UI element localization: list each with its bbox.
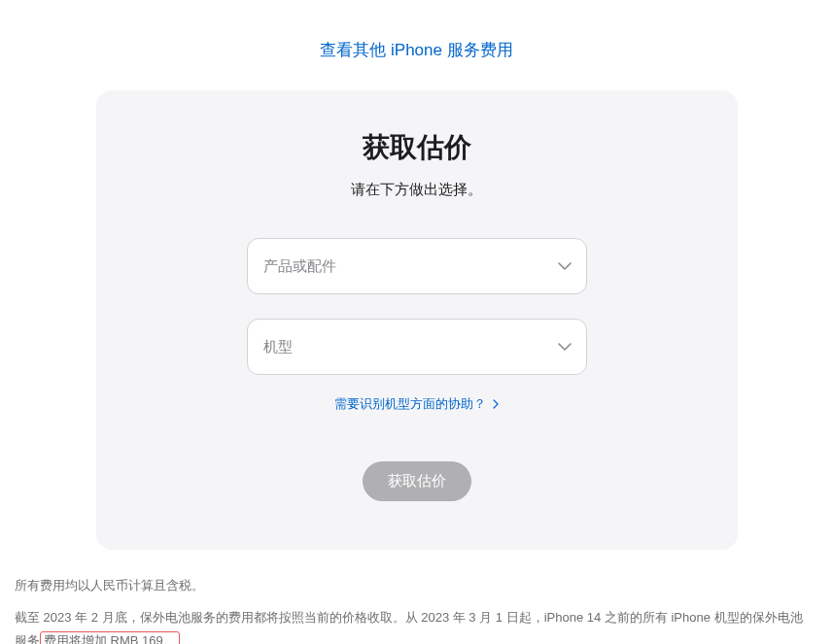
product-select-wrapper: 产品或配件	[247, 238, 587, 294]
disclaimer-tax-note: 所有费用均以人民币计算且含税。	[15, 574, 812, 598]
disclaimer-price-note: 截至 2023 年 2 月底，保外电池服务的费用都将按照当前的价格收取。从 20…	[15, 606, 812, 644]
product-select[interactable]: 产品或配件	[247, 238, 587, 294]
help-link-text: 需要识别机型方面的协助？	[334, 396, 486, 411]
product-select-placeholder: 产品或配件	[263, 257, 336, 276]
model-select-placeholder: 机型	[263, 338, 293, 356]
chevron-right-icon	[493, 397, 499, 412]
top-link-container: 查看其他 iPhone 服务费用	[0, 0, 833, 90]
model-select[interactable]: 机型	[247, 319, 587, 375]
page-container: 查看其他 iPhone 服务费用 获取估价 请在下方做出选择。 产品或配件 机型…	[0, 0, 833, 644]
help-link-container: 需要识别机型方面的协助？	[125, 394, 709, 413]
card-subtitle: 请在下方做出选择。	[125, 181, 709, 199]
estimate-card: 获取估价 请在下方做出选择。 产品或配件 机型 需要识别机型方面的协助？	[96, 90, 738, 550]
disclaimer-highlight: 费用将增加 RMB 169。	[40, 631, 180, 644]
other-services-link[interactable]: 查看其他 iPhone 服务费用	[320, 41, 512, 59]
disclaimer-section: 所有费用均以人民币计算且含税。 截至 2023 年 2 月底，保外电池服务的费用…	[15, 574, 812, 644]
identify-model-help-link[interactable]: 需要识别机型方面的协助？	[334, 396, 500, 411]
model-select-wrapper: 机型	[247, 319, 587, 375]
get-estimate-button[interactable]: 获取估价	[363, 461, 471, 501]
card-title: 获取估价	[125, 129, 709, 166]
